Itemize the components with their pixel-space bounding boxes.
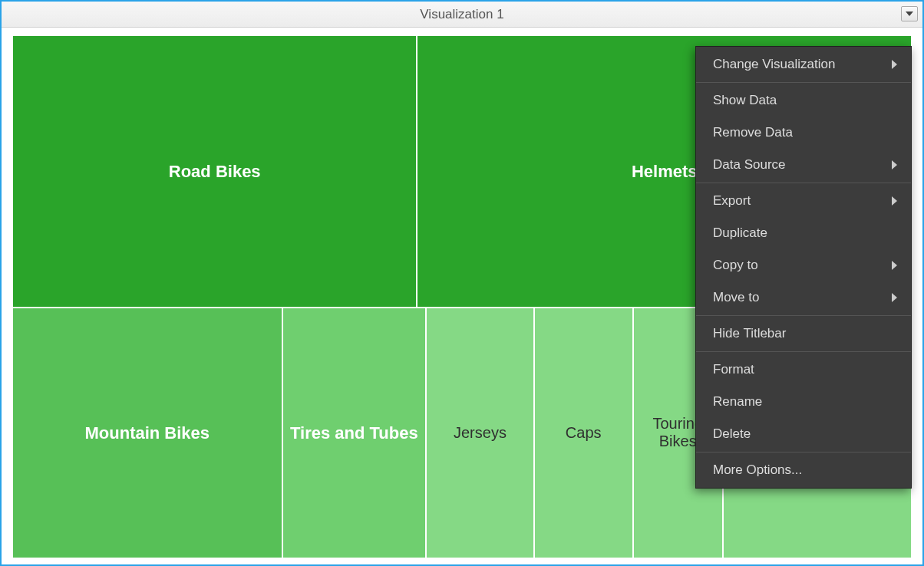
treemap-cell[interactable]: Tires and Tubes [282, 308, 427, 558]
menu-item-copy-to[interactable]: Copy to [696, 249, 911, 281]
chevron-right-icon [892, 293, 897, 302]
titlebar: Visualization 1 [2, 2, 922, 28]
menu-item-export[interactable]: Export [696, 185, 911, 217]
menu-item-label: Remove Data [713, 125, 793, 140]
menu-item-label: Duplicate [713, 225, 767, 241]
panel-title: Visualization 1 [420, 7, 503, 22]
menu-group: Show DataRemove DataData Source [696, 82, 911, 183]
treemap-cell[interactable]: Road Bikes [12, 35, 417, 308]
treemap-cell[interactable]: Caps [534, 308, 633, 558]
treemap-cell[interactable]: Mountain Bikes [12, 308, 282, 558]
menu-item-change-visualization[interactable]: Change Visualization [696, 48, 911, 81]
menu-item-move-to[interactable]: Move to [696, 281, 911, 314]
menu-item-label: Export [713, 193, 751, 209]
menu-item-hide-titlebar[interactable]: Hide Titlebar [696, 318, 911, 350]
menu-group: Hide Titlebar [696, 315, 911, 351]
menu-group: More Options... [696, 452, 911, 488]
menu-group: FormatRenameDelete [696, 351, 911, 452]
menu-item-rename[interactable]: Rename [696, 386, 911, 418]
menu-group: Change Visualization [696, 47, 911, 82]
chevron-right-icon [892, 160, 897, 169]
menu-item-show-data[interactable]: Show Data [696, 84, 911, 117]
menu-item-label: Move to [713, 290, 759, 305]
menu-item-label: More Options... [713, 462, 802, 478]
menu-item-label: Show Data [713, 93, 777, 108]
treemap-cell[interactable]: Jerseys [426, 308, 534, 558]
chevron-down-icon [906, 12, 913, 16]
chevron-right-icon [892, 196, 897, 206]
menu-item-data-source[interactable]: Data Source [696, 149, 911, 181]
visualization-panel: Visualization 1 Road BikesHelmetsMountai… [0, 0, 924, 566]
menu-item-label: Change Visualization [713, 57, 835, 72]
menu-item-label: Data Source [713, 157, 786, 173]
menu-item-remove-data[interactable]: Remove Data [696, 117, 911, 149]
menu-item-duplicate[interactable]: Duplicate [696, 217, 911, 249]
options-dropdown-button[interactable] [901, 6, 918, 21]
menu-item-label: Format [713, 362, 754, 377]
menu-item-label: Hide Titlebar [713, 326, 786, 341]
menu-item-label: Rename [713, 394, 762, 410]
menu-item-format[interactable]: Format [696, 354, 911, 386]
context-menu: Change VisualizationShow DataRemove Data… [695, 46, 912, 489]
chevron-right-icon [892, 60, 897, 69]
chevron-right-icon [892, 261, 897, 270]
menu-item-delete[interactable]: Delete [696, 418, 911, 450]
menu-item-more-options[interactable]: More Options... [696, 454, 911, 486]
menu-item-label: Copy to [713, 258, 758, 273]
menu-item-label: Delete [713, 426, 751, 442]
menu-group: ExportDuplicateCopy toMove to [696, 183, 911, 315]
